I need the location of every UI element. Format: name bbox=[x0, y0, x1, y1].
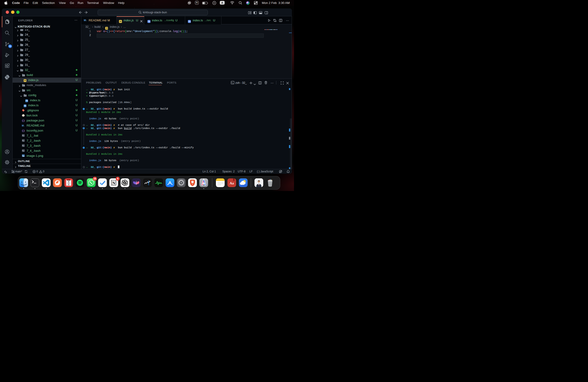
svg-text:N: N bbox=[112, 181, 115, 185]
svg-text:Aa: Aa bbox=[230, 181, 234, 185]
